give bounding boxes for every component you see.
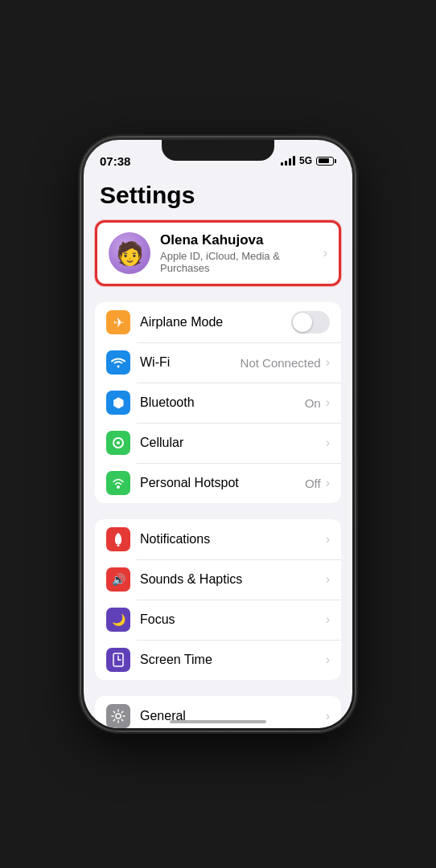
signal-bars	[281, 156, 295, 166]
battery-icon	[316, 157, 336, 166]
focus-chevron: ›	[326, 612, 330, 627]
svg-point-8	[116, 714, 121, 719]
settings-row-hotspot[interactable]: Personal Hotspot Off ›	[95, 463, 341, 503]
wifi-icon	[106, 350, 130, 375]
settings-group-connectivity: ✈ Airplane Mode Wi-Fi	[95, 302, 341, 503]
notifications-icon	[106, 527, 130, 551]
apple-id-info: Olena Kahujova Apple ID, iCloud, Media &…	[160, 232, 323, 274]
settings-row-bluetooth[interactable]: ⬢ Bluetooth On ›	[95, 383, 341, 423]
signal-bar-2	[285, 161, 287, 166]
hotspot-icon	[106, 471, 130, 495]
apple-id-subtitle: Apple ID, iCloud, Media & Purchases	[160, 250, 323, 274]
settings-row-notifications[interactable]: Notifications ›	[95, 519, 341, 559]
settings-row-cellular[interactable]: Cellular ›	[95, 423, 341, 463]
notifications-chevron: ›	[326, 532, 330, 547]
avatar: 🧑	[109, 232, 150, 274]
svg-point-4	[117, 544, 120, 547]
status-time: 07:38	[100, 154, 130, 168]
svg-rect-3	[116, 542, 121, 544]
screentime-icon	[106, 648, 130, 672]
screentime-label: Screen Time	[140, 653, 326, 667]
bluetooth-icon: ⬢	[106, 391, 130, 415]
sounds-icon: 🔊	[106, 567, 130, 592]
airplane-label: Airplane Mode	[140, 315, 291, 330]
svg-point-2	[117, 485, 120, 489]
bluetooth-value: On	[305, 396, 321, 410]
settings-row-wifi[interactable]: Wi-Fi Not Connected ›	[95, 342, 341, 383]
general-chevron: ›	[326, 709, 330, 723]
wifi-value: Not Connected	[241, 356, 321, 370]
status-right: 5G	[281, 155, 336, 166]
signal-bar-3	[289, 158, 291, 166]
sounds-label: Sounds & Haptics	[140, 572, 326, 587]
screen-content[interactable]: Settings 🧑 Olena Kahujova Apple ID, iClo…	[84, 175, 352, 728]
settings-row-general[interactable]: General ›	[95, 696, 341, 728]
signal-bar-4	[293, 156, 295, 166]
focus-label: Focus	[140, 612, 326, 627]
airplane-icon: ✈	[106, 310, 130, 334]
hotspot-label: Personal Hotspot	[140, 476, 305, 490]
network-type: 5G	[299, 155, 312, 166]
screentime-chevron: ›	[326, 653, 330, 667]
sounds-chevron: ›	[326, 572, 330, 587]
hotspot-chevron: ›	[326, 476, 330, 490]
notifications-label: Notifications	[140, 532, 326, 547]
settings-row-focus[interactable]: 🌙 Focus ›	[95, 600, 341, 640]
phone-screen: 07:38 5G Settings	[84, 140, 352, 728]
wifi-chevron: ›	[326, 355, 330, 370]
airplane-toggle-knob	[293, 313, 312, 332]
settings-row-airplane[interactable]: ✈ Airplane Mode	[95, 302, 341, 342]
apple-id-chevron: ›	[323, 246, 327, 260]
notch	[162, 140, 274, 161]
svg-point-1	[117, 441, 120, 444]
focus-icon: 🌙	[106, 608, 130, 632]
cellular-chevron: ›	[326, 436, 330, 450]
hotspot-value: Off	[305, 477, 321, 490]
apple-id-card[interactable]: 🧑 Olena Kahujova Apple ID, iCloud, Media…	[95, 220, 341, 286]
airplane-toggle[interactable]	[291, 311, 330, 334]
bluetooth-chevron: ›	[326, 395, 330, 410]
settings-row-screentime[interactable]: Screen Time ›	[95, 640, 341, 680]
settings-group-alerts: Notifications › 🔊 Sounds & Haptics › 🌙 F…	[95, 519, 341, 680]
settings-group-system: General › Control Center ›	[95, 696, 341, 728]
general-icon	[106, 704, 130, 728]
home-bar	[170, 720, 266, 723]
apple-id-name: Olena Kahujova	[160, 232, 323, 248]
page-title: Settings	[84, 175, 352, 220]
settings-row-sounds[interactable]: 🔊 Sounds & Haptics ›	[95, 559, 341, 600]
cellular-label: Cellular	[140, 436, 326, 450]
wifi-label: Wi-Fi	[140, 355, 241, 370]
cellular-icon	[106, 431, 130, 455]
signal-bar-1	[281, 162, 283, 166]
bluetooth-label: Bluetooth	[140, 395, 305, 410]
phone-frame: 07:38 5G Settings	[80, 137, 356, 731]
